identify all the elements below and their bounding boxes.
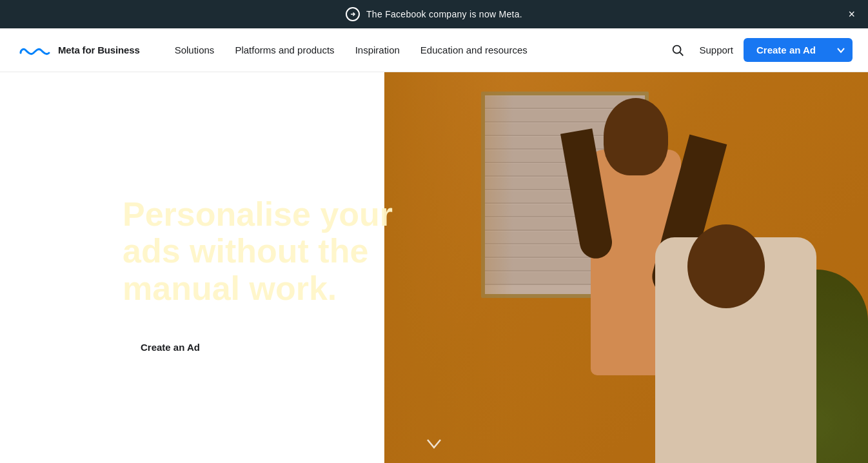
hero-headline: Personalise your ads without the manual … <box>123 196 432 307</box>
hero-content: Dynamic ads Personalise your ads without… <box>0 72 477 463</box>
announcement-close-button[interactable]: × <box>848 8 855 20</box>
support-link[interactable]: Support <box>699 44 733 55</box>
nav-item-education[interactable]: Education and resources <box>411 39 537 61</box>
nav-item-platforms[interactable]: Platforms and products <box>226 39 343 61</box>
navbar: Meta for Business Solutions Platforms an… <box>0 28 868 72</box>
hero-eyebrow: Dynamic ads <box>123 173 451 183</box>
announcement-bar: The Facebook company is now Meta. × <box>0 0 868 28</box>
logo-link[interactable]: Meta for Business <box>15 41 140 59</box>
announcement-icon <box>346 7 360 21</box>
nav-actions: Support Create an Ad <box>667 38 853 62</box>
announcement-text: The Facebook company is now Meta. <box>366 9 522 19</box>
hero-section: Dynamic ads Personalise your ads without… <box>0 72 868 463</box>
create-ad-button[interactable]: Create an Ad <box>744 38 853 62</box>
chevron-down-icon[interactable] <box>829 40 853 61</box>
scroll-indicator <box>425 437 443 450</box>
nav-links: Solutions Platforms and products Inspira… <box>166 39 667 61</box>
create-ad-label: Create an Ad <box>744 38 829 62</box>
search-button[interactable] <box>667 39 689 61</box>
second-person <box>655 205 816 463</box>
scroll-down-icon <box>425 437 443 450</box>
logo-text: Meta for Business <box>58 44 140 55</box>
svg-point-1 <box>673 45 681 53</box>
search-icon <box>671 43 685 57</box>
nav-item-solutions[interactable]: Solutions <box>166 39 224 61</box>
hero-cta-button[interactable]: Create an Ad <box>123 333 218 362</box>
svg-line-2 <box>680 52 684 55</box>
nav-item-inspiration[interactable]: Inspiration <box>346 39 409 61</box>
